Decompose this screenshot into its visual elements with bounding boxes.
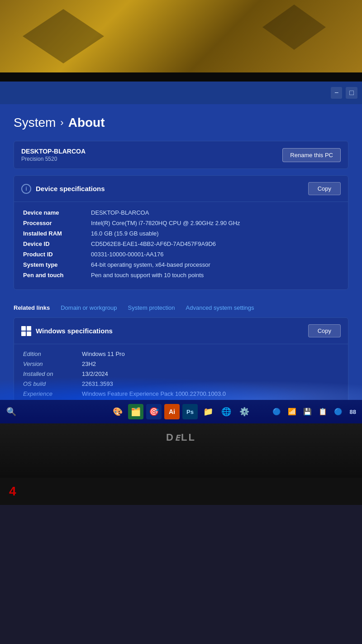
pc-name-card: DESKTOP-BLARCOA Precision 5520 Rename th… — [14, 141, 348, 169]
win-logo-sq3 — [21, 332, 26, 336]
device-id-value: CD5D62E8-EAE1-4BB2-AF6D-7AD457F9A9D6 — [91, 240, 216, 247]
table-row: Installed RAM 16.0 GB (15.9 GB usable) — [23, 230, 339, 237]
table-row: Installed on 13/2/2024 — [23, 370, 339, 377]
taskbar-icon-blue2[interactable]: 📋 — [317, 405, 329, 418]
table-row: Processor Intel(R) Core(TM) i7-7820HQ CP… — [23, 220, 339, 226]
version-label: Version — [23, 360, 73, 367]
win-logo-sq2 — [27, 326, 31, 331]
taskbar-icon-3d[interactable]: 🎯 — [146, 404, 162, 419]
maximize-button[interactable]: □ — [346, 87, 357, 99]
experience-label: Experience — [23, 390, 73, 397]
taskbar-right: 🔵 📶 💾 📋 🔵 88 — [271, 405, 358, 418]
windows-specs-card: Windows specifications Copy Edition Wind… — [14, 317, 348, 408]
taskbar-icon-blue3[interactable]: 🔵 — [332, 405, 345, 418]
domain-workgroup-link[interactable]: Domain or workgroup — [61, 304, 117, 311]
installed-on-label: Installed on — [23, 370, 73, 377]
red-number: 4 — [9, 484, 16, 499]
pc-name-info: DESKTOP-BLARCOA Precision 5520 — [21, 148, 86, 162]
minimize-button[interactable]: − — [331, 87, 342, 99]
device-specs-header-left: i Device specifications — [21, 184, 105, 194]
pc-hostname: DESKTOP-BLARCOA — [21, 148, 86, 155]
breadcrumb: System › About — [14, 115, 348, 130]
table-row: Experience Windows Feature Experience Pa… — [23, 390, 339, 397]
taskbar-icon-paint[interactable]: 🎨 — [110, 404, 125, 419]
table-row: Product ID 00331-10000-00001-AA176 — [23, 251, 339, 258]
device-specs-card: i Device specifications Copy Device name… — [14, 175, 348, 290]
windows-specs-title: Windows specifications — [36, 327, 113, 335]
device-specs-title: Device specifications — [36, 185, 105, 192]
processor-value: Intel(R) Core(TM) i7-7820HQ CPU @ 2.90GH… — [91, 220, 240, 226]
taskbar-icon-chrome[interactable]: 🌐 — [219, 404, 234, 419]
taskbar-center: 🎨 🗂️ 🎯 Ai Ps 📁 🌐 ⚙️ — [110, 404, 252, 419]
laptop-lid — [0, 0, 362, 72]
taskbar-icon-files[interactable]: 🗂️ — [128, 404, 143, 419]
ram-value: 16.0 GB (15.9 GB usable) — [91, 230, 159, 237]
taskbar-icon-settings[interactable]: ⚙️ — [237, 404, 252, 419]
breadcrumb-about: About — [68, 115, 105, 130]
window-controls: − □ — [331, 87, 357, 99]
taskbar-time: 88 — [348, 408, 358, 416]
taskbar-left: 🔍 — [4, 404, 19, 419]
table-row: Pen and touch Pen and touch support with… — [23, 272, 339, 279]
dell-logo: DᴇLL — [166, 432, 196, 443]
installed-on-value: 13/2/2024 — [82, 370, 108, 377]
breadcrumb-system[interactable]: System — [14, 115, 56, 130]
screen-wrapper: − □ System › About DESKTOP-BLARCOA Preci… — [0, 82, 362, 423]
product-id-value: 00331-10000-00001-AA176 — [91, 251, 163, 258]
win-logo-sq1 — [21, 326, 26, 331]
taskbar-icon-drive[interactable]: 💾 — [301, 405, 314, 418]
system-protection-link[interactable]: System protection — [128, 304, 175, 311]
advanced-system-settings-link[interactable]: Advanced system settings — [186, 304, 254, 311]
windows-specs-copy-button[interactable]: Copy — [308, 324, 341, 337]
related-links-label: Related links — [14, 304, 50, 311]
taskbar-icon-folder[interactable]: 📁 — [200, 404, 216, 419]
taskbar-icon-ai[interactable]: Ai — [164, 404, 180, 419]
win-logo-sq4 — [27, 332, 31, 336]
screen-bezel-top — [0, 72, 362, 82]
ram-label: Installed RAM — [23, 230, 82, 237]
device-id-label: Device ID — [23, 240, 82, 247]
pc-model: Precision 5520 — [21, 156, 86, 162]
pen-touch-label: Pen and touch — [23, 272, 82, 279]
system-type-value: 64-bit operating system, x64-based proce… — [91, 261, 210, 268]
taskbar-icon-signal[interactable]: 📶 — [286, 405, 299, 418]
os-build-label: OS build — [23, 380, 73, 387]
product-id-label: Product ID — [23, 251, 82, 258]
bottom-area: 4 — [0, 478, 362, 505]
screen: − □ System › About DESKTOP-BLARCOA Preci… — [0, 82, 362, 423]
taskbar: 🔍 🎨 🗂️ 🎯 Ai Ps 📁 🌐 ⚙️ 🔵 📶 💾 📋 🔵 88 — [0, 400, 362, 423]
table-row: Device ID CD5D62E8-EAE1-4BB2-AF6D-7AD457… — [23, 240, 339, 247]
os-build-value: 22631.3593 — [82, 380, 113, 387]
device-specs-header: i Device specifications Copy — [14, 176, 348, 202]
info-icon: i — [21, 184, 31, 194]
main-content: System › About DESKTOP-BLARCOA Precision… — [0, 104, 362, 423]
table-row: Version 23H2 — [23, 360, 339, 367]
device-specs-copy-button[interactable]: Copy — [308, 182, 341, 195]
table-row: Device name DESKTOP-BLARCOA — [23, 209, 339, 216]
edition-value: Windows 11 Pro — [82, 351, 125, 357]
experience-value: Windows Feature Experience Pack 1000.227… — [82, 390, 226, 397]
windows-specs-header: Windows specifications Copy — [14, 318, 348, 344]
device-name-value: DESKTOP-BLARCOA — [91, 209, 149, 216]
windows-specs-header-left: Windows specifications — [21, 326, 113, 336]
table-row: System type 64-bit operating system, x64… — [23, 261, 339, 268]
rename-pc-button[interactable]: Rename this PC — [282, 148, 341, 162]
windows-logo-icon — [21, 326, 31, 336]
taskbar-icon-ps[interactable]: Ps — [182, 404, 198, 419]
table-row: OS build 22631.3593 — [23, 380, 339, 387]
window-titlebar: − □ — [0, 82, 362, 104]
device-specs-table: Device name DESKTOP-BLARCOA Processor In… — [14, 202, 348, 289]
edition-label: Edition — [23, 351, 73, 357]
system-type-label: System type — [23, 261, 82, 268]
version-value: 23H2 — [82, 360, 96, 367]
taskbar-icon-blue1[interactable]: 🔵 — [271, 405, 283, 418]
related-links: Related links Domain or workgroup System… — [14, 297, 348, 317]
windows-specs-table: Edition Windows 11 Pro Version 23H2 Inst… — [14, 344, 348, 408]
processor-label: Processor — [23, 220, 82, 226]
search-taskbar-icon[interactable]: 🔍 — [4, 404, 19, 419]
keyboard-area: DᴇLL — [0, 423, 362, 478]
table-row: Edition Windows 11 Pro — [23, 351, 339, 357]
pen-touch-value: Pen and touch support with 10 touch poin… — [91, 272, 204, 279]
device-name-label: Device name — [23, 209, 82, 216]
breadcrumb-arrow: › — [60, 117, 63, 129]
